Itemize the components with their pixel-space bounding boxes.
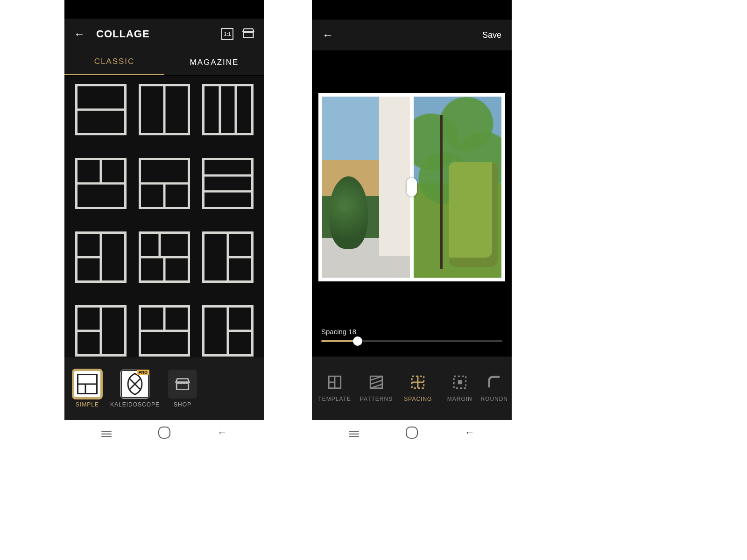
tool-margin-label: MARGIN bbox=[447, 396, 472, 402]
template-right2[interactable] bbox=[202, 231, 254, 283]
tool-patterns-label: PATTERNS bbox=[360, 396, 393, 402]
collage-pane-left[interactable] bbox=[322, 97, 410, 278]
simple-thumb-icon bbox=[77, 374, 98, 394]
android-nav-bar: ← bbox=[312, 421, 512, 444]
nav-back-icon[interactable]: ← bbox=[465, 427, 475, 439]
svg-rect-13 bbox=[458, 380, 462, 385]
phone-editor-screen: ← Save Spacing 18 bbox=[312, 0, 512, 420]
nav-recent-icon[interactable] bbox=[349, 429, 359, 436]
template-l-bot2[interactable] bbox=[139, 158, 190, 209]
nav-back-icon[interactable]: ← bbox=[217, 427, 227, 439]
nav-home-icon[interactable] bbox=[406, 427, 418, 439]
tab-bar: CLASSIC MAGAZINE bbox=[64, 49, 264, 76]
template-l-top2[interactable] bbox=[75, 158, 127, 209]
template-left2[interactable] bbox=[75, 231, 127, 283]
back-arrow-icon[interactable]: ← bbox=[322, 28, 333, 42]
save-button[interactable]: Save bbox=[482, 30, 501, 40]
tool-margin[interactable]: MARGIN bbox=[439, 374, 480, 402]
mode-kaleidoscope-label: KALEIDOSCOPE bbox=[110, 401, 160, 408]
aspect-ratio-button[interactable]: 1:1 bbox=[221, 28, 233, 40]
collage-canvas bbox=[312, 50, 512, 324]
tab-magazine[interactable]: MAGAZINE bbox=[164, 49, 264, 75]
collage-frame[interactable] bbox=[318, 93, 505, 281]
divider-handle-icon[interactable] bbox=[407, 178, 417, 196]
nav-home-icon[interactable] bbox=[158, 427, 170, 439]
slider-fill bbox=[321, 340, 358, 342]
collage-pane-right[interactable] bbox=[414, 97, 501, 278]
margin-icon bbox=[452, 374, 468, 390]
page-title: COLLAGE bbox=[96, 28, 221, 40]
tool-spacing-label: SPACING bbox=[404, 396, 432, 402]
spacing-label: Spacing 18 bbox=[321, 328, 502, 336]
shop-icon[interactable] bbox=[242, 27, 255, 42]
patterns-icon bbox=[368, 374, 384, 390]
status-bar bbox=[312, 0, 512, 20]
mode-simple[interactable]: SIMPLE bbox=[73, 370, 102, 408]
tool-patterns[interactable]: PATTERNS bbox=[355, 374, 397, 402]
template-icon bbox=[327, 374, 343, 390]
template-3v[interactable] bbox=[202, 84, 254, 135]
editor-tool-bar: TEMPLATE PATTERNS SPACING bbox=[312, 357, 512, 420]
android-nav-bar: ← bbox=[64, 421, 264, 444]
template-3h[interactable] bbox=[202, 158, 254, 209]
spacing-slider[interactable] bbox=[321, 340, 502, 342]
template-row4a[interactable] bbox=[75, 305, 127, 357]
aspect-ratio-label: 1:1 bbox=[224, 32, 231, 37]
tool-template[interactable]: TEMPLATE bbox=[314, 374, 355, 402]
tool-template-label: TEMPLATE bbox=[318, 396, 351, 402]
bottom-mode-bar: SIMPLE PRO KALEIDOSCOPE bbox=[64, 357, 264, 420]
shop-thumb-icon bbox=[168, 370, 197, 399]
template-row4b[interactable] bbox=[139, 305, 190, 357]
header-actions: 1:1 bbox=[221, 27, 255, 42]
pro-badge: PRO bbox=[137, 370, 150, 375]
slider-thumb-icon[interactable] bbox=[353, 336, 362, 346]
nav-recent-icon[interactable] bbox=[101, 429, 112, 436]
tool-roundness[interactable]: ROUNDN bbox=[479, 374, 510, 402]
template-2h[interactable] bbox=[75, 84, 127, 135]
status-bar bbox=[64, 0, 264, 19]
app-header: ← COLLAGE 1:1 bbox=[64, 19, 264, 49]
roundness-icon bbox=[486, 374, 502, 390]
svg-line-7 bbox=[370, 380, 382, 385]
tool-roundness-label: ROUNDN bbox=[480, 396, 508, 402]
mode-shop[interactable]: SHOP bbox=[168, 370, 197, 408]
template-2v[interactable] bbox=[139, 84, 190, 135]
spacing-control: Spacing 18 bbox=[312, 324, 512, 357]
tab-classic[interactable]: CLASSIC bbox=[64, 49, 164, 75]
phone-collage-screen: ← COLLAGE 1:1 CLASSIC MAGAZINE bbox=[64, 0, 264, 420]
editor-header: ← Save bbox=[312, 20, 512, 50]
tool-spacing[interactable]: SPACING bbox=[397, 374, 439, 402]
template-grid bbox=[64, 76, 264, 357]
mode-simple-label: SIMPLE bbox=[76, 401, 99, 408]
back-arrow-icon[interactable]: ← bbox=[74, 28, 85, 41]
template-quad-a[interactable] bbox=[139, 231, 190, 283]
mode-kaleidoscope[interactable]: PRO KALEIDOSCOPE bbox=[110, 370, 160, 408]
spacing-icon bbox=[410, 374, 426, 390]
mode-shop-label: SHOP bbox=[174, 401, 191, 408]
template-row4c[interactable] bbox=[202, 305, 254, 357]
